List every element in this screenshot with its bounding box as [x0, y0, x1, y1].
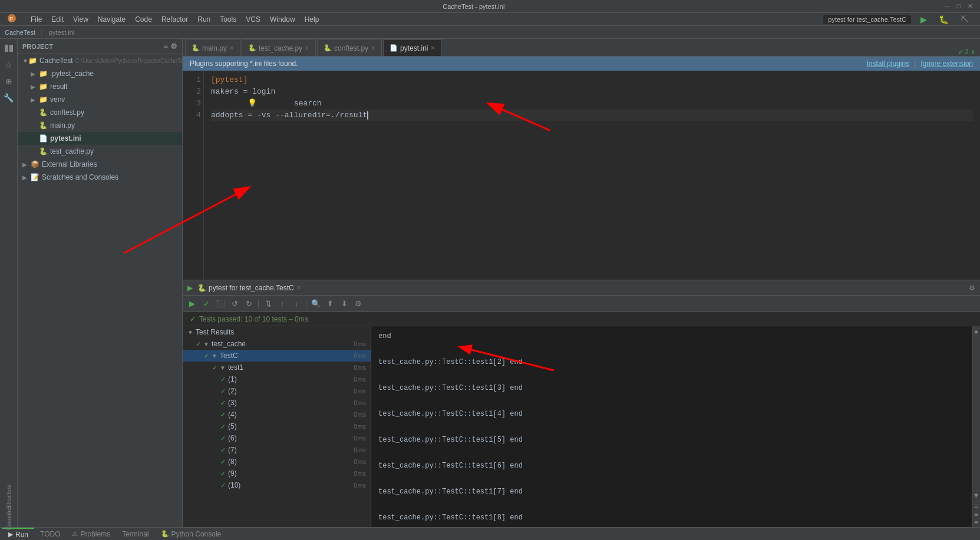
run-stop-btn[interactable]: ⬛ — [215, 298, 226, 310]
tab-conftest-close[interactable]: ✕ — [371, 45, 375, 51]
scroll-down-icon[interactable]: ▼ — [973, 492, 979, 499]
tree-scratches[interactable]: ▶ 📝 Scratches and Consoles — [18, 171, 182, 184]
test-item-8[interactable]: ✓ (8) 0ms — [183, 456, 371, 468]
bookmarks-icon[interactable]: ☆ — [2, 58, 16, 72]
test-item-5[interactable]: ✓ (5) 0ms — [183, 420, 371, 432]
tree-ext-libs[interactable]: ▶ 📦 External Libraries — [18, 158, 182, 171]
todo-tab-label: TODO — [40, 530, 60, 538]
run-rerun-failed-btn[interactable]: ↻ — [243, 298, 255, 310]
tab-pytest-ini[interactable]: 📄 pytest.ini ✕ — [383, 39, 441, 56]
run-rerun-btn[interactable]: ↺ — [229, 298, 240, 310]
python-console-icon: 🐍 — [161, 530, 169, 538]
menu-navigate[interactable]: Navigate — [93, 14, 130, 25]
tree-test-cache[interactable]: ▶ 🐍 test_cache.py — [18, 145, 182, 158]
maximize-btn[interactable]: □ — [954, 2, 963, 10]
menu-file[interactable]: File — [26, 14, 47, 25]
test-item-testc[interactable]: ✓ ▼ TestC 0ms — [183, 350, 371, 362]
run-prev-btn[interactable]: ↑ — [276, 298, 288, 310]
tree-conftest[interactable]: ▶ 🐍 conftest.py — [18, 106, 182, 119]
menu-tools[interactable]: Tools — [215, 14, 241, 25]
tab-test-cache-close[interactable]: ✕ — [305, 45, 309, 51]
test-item-9[interactable]: ✓ (9) 0ms — [183, 468, 371, 479]
menu-vcs[interactable]: VCS — [241, 14, 265, 25]
test-item-6[interactable]: ✓ (6) 0ms — [183, 432, 371, 444]
test-status-text: Tests passed: 10 of 10 tests – 0ms — [199, 315, 308, 323]
install-plugins-link[interactable]: Install plugins — [866, 59, 909, 68]
test-item-1[interactable]: ✓ (1) 0ms — [183, 373, 371, 385]
find-icon[interactable]: ⊕ — [2, 74, 16, 88]
run-tab-pytest[interactable]: 🐍 pytest for test_cache.TestC ✕ — [197, 284, 301, 292]
tree-result[interactable]: ▶ 📁 result — [18, 80, 182, 93]
code-line-3: 💡 search — [211, 98, 973, 110]
test-item-4[interactable]: ✓ (4) 0ms — [183, 409, 371, 420]
test-item-10[interactable]: ✓ (10) 0ms — [183, 479, 371, 491]
test-item-test-cache[interactable]: ✓ ▼ test_cache 0ms — [183, 338, 371, 350]
favorites-icon[interactable]: Favorites — [2, 511, 16, 525]
right-bar-icon-1[interactable]: ≡ — [974, 502, 978, 509]
bottom-tab-problems[interactable]: ⚠ Problems — [66, 528, 116, 541]
svg-text:P: P — [9, 16, 13, 22]
ignore-extension-link[interactable]: Ignore extension — [920, 59, 973, 68]
scroll-up-icon[interactable]: ▲ — [973, 327, 979, 334]
test-item-test1[interactable]: ✓ ▼ test1 0ms — [183, 362, 371, 373]
menu-edit[interactable]: Edit — [47, 14, 68, 25]
run-export-btn[interactable]: ⬆ — [324, 298, 336, 310]
tree-main[interactable]: ▶ 🐍 main.py — [18, 119, 182, 132]
run-search-btn[interactable]: 🔍 — [310, 298, 322, 310]
run-config-dropdown[interactable]: pytest for test_cache.TestC — [823, 15, 911, 24]
right-bar-icon-3[interactable]: ≡ — [974, 519, 978, 526]
right-bar-icon-2[interactable]: ≡ — [974, 511, 978, 518]
test-item-7[interactable]: ✓ (7) 0ms — [183, 444, 371, 456]
tab-pytest-ini-close[interactable]: ✕ — [430, 45, 435, 51]
test-item-3[interactable]: ✓ (3) 0ms — [183, 397, 371, 409]
structure-icon[interactable]: Structure — [2, 489, 16, 503]
code-area[interactable]: [pytest] makers = login 💡 search addopts… — [204, 71, 980, 280]
tab-bar: 🐍 main.py ✕ 🐍 test_cache.py ✕ 🐍 conftest… — [183, 39, 980, 57]
test-tree-root[interactable]: ▼ Test Results — [183, 326, 371, 338]
run-sort-btn[interactable]: ⇅ — [262, 298, 274, 310]
sidebar-settings-btn[interactable]: ⚙ — [170, 42, 177, 51]
tab-main-py[interactable]: 🐍 main.py ✕ — [185, 39, 240, 56]
run-play-btn[interactable]: ▶ — [186, 298, 198, 310]
run-import-btn[interactable]: ⬇ — [338, 298, 350, 310]
menu-refactor[interactable]: Refactor — [157, 14, 193, 25]
menu-run[interactable]: Run — [193, 14, 215, 25]
run-settings-btn[interactable]: ⚙ — [969, 284, 975, 292]
menu-view[interactable]: View — [68, 14, 93, 25]
run-check-btn[interactable]: ✓ — [200, 298, 212, 310]
minimize-btn[interactable]: ─ — [943, 2, 952, 10]
tree-pytest-cache[interactable]: ▶ 📁 .pytest_cache — [18, 67, 182, 80]
refactor-icon[interactable]: 🔧 — [2, 91, 16, 105]
coverage-btn[interactable]: ⛏ — [956, 14, 973, 25]
output-line-5: test_cache.py::TestC::test1[5] end — [378, 433, 965, 446]
tree-venv[interactable]: ▶ 📁 venv — [18, 93, 182, 106]
bottom-tab-terminal[interactable]: Terminal — [116, 528, 154, 541]
run-btn[interactable]: ▶ — [916, 14, 932, 25]
output-line-3: test_cache.py::TestC::test1[3] end — [378, 382, 965, 395]
menu-code[interactable]: Code — [130, 14, 157, 25]
tab-main-py-close[interactable]: ✕ — [229, 45, 234, 51]
menu-help[interactable]: Help — [300, 14, 324, 25]
bottom-tab-python-console[interactable]: 🐍 Python Console — [155, 528, 227, 541]
close-btn[interactable]: ✕ — [965, 2, 975, 10]
run-tab-close[interactable]: ✕ — [296, 284, 301, 291]
run-tab-bar: ▶ 🐍 pytest for test_cache.TestC ✕ ⚙ — [183, 280, 980, 296]
editor-content[interactable]: 1 2 3 4 [pytest] makers = login 💡 search… — [183, 71, 980, 280]
run-config-btn[interactable]: ⚙ — [352, 298, 364, 310]
menu-window[interactable]: Window — [265, 14, 300, 25]
tab-test-cache[interactable]: 🐍 test_cache.py ✕ — [242, 39, 316, 56]
test-output[interactable]: end test_cache.py::TestC::test1[2] end t… — [371, 326, 972, 527]
bottom-tab-todo[interactable]: TODO — [34, 528, 66, 541]
run-next-btn[interactable]: ↓ — [291, 298, 302, 310]
tree-root[interactable]: ▼ 📁 CacheTest C:\Users\John\PycharmProje… — [18, 54, 182, 67]
test-item-2[interactable]: ✓ (2) 0ms — [183, 385, 371, 397]
tab-conftest[interactable]: 🐍 conftest.py ✕ — [317, 39, 382, 56]
code-line-2: makers = login — [211, 86, 973, 98]
project-icon[interactable] — [2, 41, 16, 55]
sidebar-collapse-btn[interactable]: ≡ — [163, 42, 168, 51]
python-console-label: Python Console — [171, 530, 222, 538]
tree-pytest-ini[interactable]: ▶ 📄 pytest.ini — [18, 132, 182, 145]
terminal-tab-label: Terminal — [122, 530, 149, 538]
debug-btn[interactable]: 🐛 — [934, 14, 953, 25]
title-text: CacheTest - pytest.ini — [5, 3, 943, 10]
